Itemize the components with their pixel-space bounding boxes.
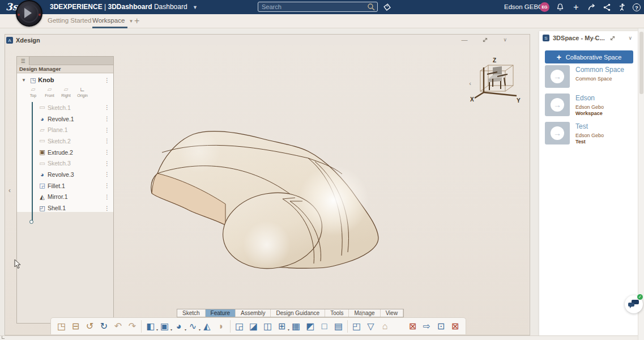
ribbon-tab-sketch[interactable]: Sketch [177, 309, 206, 317]
reference-plane-item[interactable]: ▱ Right [58, 86, 74, 101]
chamfer-icon[interactable]: ◪ [246, 320, 261, 333]
kebab-menu-icon[interactable]: ⋮ [104, 149, 110, 155]
panel-collapse-chevron[interactable]: ‹ [8, 186, 11, 194]
tree-feature-row[interactable]: ◕ Revolve.1 ⋮ [17, 113, 113, 125]
chevron-down-icon[interactable]: ▼ [193, 5, 198, 10]
space-list-item[interactable]: → Common Space Common Space [545, 65, 636, 89]
ribbon-tab-design-guidance[interactable]: Design Guidance [271, 309, 325, 317]
chevron-down-icon[interactable]: ∨ [628, 35, 632, 41]
search-box[interactable] [258, 2, 378, 12]
tag-icon[interactable] [382, 2, 392, 12]
kebab-menu-icon[interactable]: ⋮ [104, 116, 110, 122]
tab-workspace[interactable]: Workspace ▼ [92, 17, 133, 24]
chevron-down-icon[interactable]: ∨ [503, 37, 507, 42]
xdesign-window: A Xdesign — ∨ [5, 34, 530, 335]
section-icon[interactable]: ▽ [364, 320, 378, 333]
brand-title[interactable]: 3DEXPERIENCE | 3DDashboard Dashboard ▼ [50, 3, 198, 11]
tree-feature-row[interactable]: ▣ Extrude.2 ⋮ [17, 147, 113, 158]
kebab-menu-icon[interactable]: ⋮ [104, 194, 110, 200]
move-face-icon[interactable]: ⊡ [434, 320, 448, 333]
tree-feature-row[interactable]: ◰ Shell.1 ⋮ [17, 202, 113, 214]
ribbon-tab-assembly[interactable]: Assembly [236, 309, 271, 317]
tree-feature-row[interactable]: ▭ Sketch.3 ⋮ [17, 158, 113, 169]
ribbon-collapse-icon[interactable]: ∨∨ [357, 311, 367, 316]
space-list-item[interactable]: → Test Edson Gebo Test [545, 122, 636, 146]
replace-face-icon[interactable]: ⇨ [420, 320, 434, 333]
chevron-down-icon[interactable]: ▼ [129, 19, 134, 24]
ribbon-tab-feature[interactable]: Feature [206, 309, 236, 317]
ribbon-tab-view[interactable]: View [381, 309, 404, 317]
kebab-menu-icon[interactable]: ⋮ [104, 182, 110, 189]
fillet-tool-icon[interactable]: ◲ [232, 320, 246, 333]
minimize-icon[interactable]: — [591, 35, 597, 41]
undo-icon[interactable]: ↶ [111, 320, 125, 333]
search-icon[interactable] [367, 3, 375, 11]
view-compass-triad[interactable]: Z X Y [468, 57, 522, 104]
3dcompass-icon[interactable] [16, 0, 42, 27]
space-list-item[interactable]: → Edson Edson Gebo Workspace [545, 94, 636, 117]
3d-viewport[interactable]: ‹ [6, 45, 529, 335]
expand-icon[interactable] [482, 37, 488, 43]
ribbon-tab-tools[interactable]: Tools [325, 309, 349, 317]
tree-feature-row[interactable]: ▭ Sketch.1 ⋮ [17, 102, 113, 113]
kebab-menu-icon[interactable]: ⋮ [104, 127, 110, 133]
collaborative-space-button[interactable]: + Collaborative Space [545, 50, 633, 63]
kebab-menu-icon[interactable]: ⋮ [104, 160, 110, 167]
shell-tool-icon[interactable]: □ [317, 320, 331, 333]
refresh-icon[interactable]: ↻ [97, 320, 111, 333]
kebab-menu-icon[interactable]: ⋮ [104, 205, 110, 211]
compass-person-icon[interactable] [617, 2, 627, 12]
add-tab-button[interactable]: + [134, 16, 139, 26]
user-name[interactable]: Edson GEBO [504, 3, 543, 10]
plane-transform-icon[interactable]: ◰ [349, 320, 364, 333]
tree-root-row[interactable]: ▼ ◳ Knob ⋮ [17, 75, 113, 85]
pad-icon[interactable]: ◧ ▾ [143, 320, 157, 333]
tree-feature-row[interactable]: ◕ Revolve.3 ⋮ [17, 169, 113, 180]
tree-feature-row[interactable]: ◭ Mirror.1 ⋮ [17, 192, 113, 203]
reference-plane-item[interactable]: ∟ Origin [74, 86, 91, 101]
tab-getting-started[interactable]: Getting Started [48, 17, 91, 24]
share-icon[interactable] [587, 2, 597, 12]
reference-plane-item[interactable]: ▱ Top [25, 86, 41, 101]
expand-icon[interactable] [609, 35, 616, 41]
add-content-icon[interactable]: + [571, 2, 581, 12]
kebab-menu-icon[interactable]: ⋮ [104, 171, 110, 177]
help-icon[interactable]: ? [632, 2, 642, 12]
kebab-menu-icon[interactable]: ⋮ [104, 77, 110, 83]
tree-list-tab[interactable]: ☰ [17, 57, 29, 65]
plus-icon: + [557, 53, 561, 62]
mirror-tool-icon[interactable]: ◫ [261, 320, 275, 333]
sweep-icon[interactable]: ∿ ▾ [186, 320, 200, 333]
pattern-icon[interactable]: ⊞ ▾ [275, 320, 289, 333]
remove-face-icon[interactable]: ⊠ [448, 320, 462, 333]
kebab-menu-icon[interactable]: ⋮ [104, 138, 110, 144]
notifications-bell-icon[interactable] [555, 2, 565, 12]
chevron-down-icon[interactable]: ▼ [22, 78, 26, 83]
tree-feature-row[interactable]: ▭ Sketch.2 ⋮ [17, 135, 113, 147]
tree-feature-row[interactable]: ◲ Fillet.1 ⋮ [17, 180, 113, 192]
pocket-icon[interactable]: ▣ ▾ [157, 320, 172, 333]
user-avatar[interactable]: EG [540, 2, 549, 12]
search-input[interactable] [258, 3, 367, 10]
revolve-tool-icon[interactable]: ◕ ▾ [172, 320, 186, 333]
tree-feature-row[interactable]: ▱ Plane.1 ⋮ [17, 124, 113, 135]
minimize-icon[interactable]: — [461, 36, 467, 43]
delete-face-icon[interactable]: ⊠ [406, 320, 420, 333]
update-icon[interactable]: ↺ [83, 320, 97, 333]
knob-3d-model[interactable] [145, 129, 389, 276]
thickness-icon[interactable]: ▤ [331, 320, 346, 333]
reference-plane-item[interactable]: ▱ Front [41, 86, 58, 101]
rib-icon[interactable]: ◗ [214, 320, 228, 333]
unfold-icon[interactable]: ⌂ [378, 320, 392, 333]
save-database-icon[interactable]: ⊟ [69, 320, 83, 333]
redo-icon[interactable]: ↷ [125, 320, 139, 333]
draft-icon[interactable]: ◭ [200, 320, 214, 333]
scrollbar-thumb[interactable] [639, 32, 643, 94]
kebab-menu-icon[interactable]: ⋮ [104, 104, 110, 110]
chat-widget-button[interactable]: ✓ [625, 295, 643, 313]
boolean-union-icon[interactable]: ▦ [289, 320, 303, 333]
save-model-icon[interactable]: ◳ [54, 320, 69, 333]
split-icon[interactable]: ◩ [303, 320, 317, 333]
toolbar-icon-glyph: ▤ [334, 321, 343, 332]
share-nodes-icon[interactable] [602, 2, 612, 12]
